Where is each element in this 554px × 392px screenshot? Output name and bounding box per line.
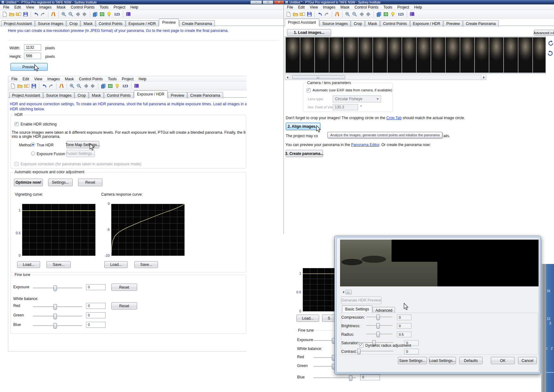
title-bar[interactable]: Untitled * - PTGui Pro registered to TAF… [284, 0, 554, 4]
save-icon[interactable] [306, 11, 313, 17]
source-image-thumbnail[interactable] [358, 37, 373, 73]
compression-slider-thumb[interactable] [376, 315, 380, 320]
true-hdr-radio[interactable] [31, 143, 35, 147]
menu-images[interactable]: Images [320, 5, 338, 10]
generate-hdr-preview-button[interactable]: Generate HDR Preview [341, 297, 381, 304]
camera-save-button[interactable]: Save... [134, 261, 158, 268]
dynamic-radius-checkbox[interactable] [359, 343, 363, 347]
source-image-thumbnail[interactable] [373, 37, 387, 73]
source-image-thumbnail[interactable] [417, 37, 431, 73]
save-icon[interactable] [31, 83, 37, 89]
open-copy-icon[interactable] [299, 11, 306, 17]
title-bar[interactable]: Untitled * - PTGui Pro registered to TAF… [0, 0, 286, 4]
menu-view[interactable]: View [32, 77, 45, 82]
pages-icon[interactable] [376, 11, 382, 17]
exposure-slider[interactable] [33, 288, 82, 289]
exposure-value[interactable]: 0 [86, 284, 106, 290]
source-image-thumbnail[interactable] [475, 37, 489, 73]
menu-help[interactable]: Help [412, 5, 425, 10]
blue-slider-thumb[interactable] [53, 323, 57, 329]
cancel-button[interactable]: Cancel [518, 357, 537, 364]
menu-mask[interactable]: Mask [338, 5, 352, 10]
tools-icon[interactable] [334, 11, 340, 17]
tab-source-images[interactable]: Source Images [320, 20, 351, 27]
zoom-in-icon[interactable] [69, 83, 75, 89]
exposure-correction-checkbox[interactable] [15, 162, 19, 166]
menu-control-points[interactable]: Control Points [352, 5, 381, 10]
exposure-fusion-radio[interactable] [31, 151, 35, 156]
bulb-icon[interactable] [114, 83, 120, 89]
menu-tools[interactable]: Tools [97, 5, 111, 10]
open-copy-icon[interactable] [15, 11, 22, 17]
tab-control-points[interactable]: Control Points [380, 20, 410, 27]
preview-scroll-left-icon[interactable] [341, 290, 345, 294]
undo-icon[interactable] [317, 11, 323, 17]
fov-input[interactable]: 130.3 [333, 104, 358, 110]
fragment-exposure-slider[interactable] [314, 340, 334, 341]
menu-file[interactable]: File [9, 77, 20, 82]
tools-icon[interactable] [58, 83, 65, 89]
book-icon[interactable] [409, 11, 415, 17]
tab-exposure-hdr[interactable]: Exposure / HDR [134, 90, 168, 98]
redo-icon[interactable] [40, 11, 46, 17]
source-image-thumbnail[interactable] [460, 37, 474, 73]
exposure-slider-thumb[interactable] [53, 285, 57, 291]
new-icon[interactable] [10, 83, 16, 89]
tab-exposure-hdr[interactable]: Exposure / HDR [126, 20, 159, 27]
pages-icon[interactable] [100, 83, 107, 89]
source-image-thumbnail[interactable] [387, 37, 402, 73]
scrollbar-thumb[interactable] [292, 75, 345, 79]
tab-control-points[interactable]: Control Points [96, 20, 125, 27]
tone-map-settings-button[interactable]: Tone Map Settings... [66, 141, 99, 148]
menu-project[interactable]: Project [395, 5, 411, 10]
brightness-slider-thumb[interactable] [376, 323, 380, 329]
contrast-value[interactable]: 0 [404, 349, 419, 354]
open-icon[interactable] [292, 11, 299, 17]
red-slider[interactable] [33, 306, 82, 308]
table-icon[interactable] [383, 11, 389, 17]
automatic-exif-checkbox[interactable] [307, 88, 311, 92]
tab-mask[interactable]: Mask [89, 92, 104, 98]
preview-button[interactable]: Preview [10, 63, 48, 71]
menu-edit[interactable]: Edit [295, 5, 307, 10]
tab-create-panorama[interactable]: Create Panorama [463, 20, 499, 27]
fragment-save-button-partial[interactable]: S [322, 315, 336, 322]
menu-help[interactable]: Help [136, 77, 149, 82]
next-icon[interactable] [82, 11, 88, 17]
numeric-transform-icon[interactable]: 123 [113, 12, 121, 17]
optimize-now-button[interactable]: Optimize now! [14, 179, 43, 186]
tab-project-assistant[interactable]: Project Assistant [285, 19, 319, 26]
optimizer-settings-button[interactable]: Settings... [48, 179, 73, 186]
open-icon[interactable] [9, 11, 15, 17]
book-icon[interactable] [125, 11, 131, 17]
tab-exposure-hdr[interactable]: Exposure / HDR [410, 20, 443, 27]
numeric-transform-icon[interactable]: 123 [121, 84, 129, 89]
menu-project[interactable]: Project [111, 5, 128, 10]
book-icon[interactable] [133, 83, 140, 89]
width-input[interactable]: 1132 [24, 44, 41, 51]
tab-project-assistant[interactable]: Project Assistant [1, 20, 35, 27]
tab-preview[interactable]: Preview [443, 20, 463, 27]
source-image-thumbnail[interactable] [431, 37, 445, 73]
fragment-blue-slider[interactable] [314, 377, 356, 379]
redo-icon[interactable] [48, 83, 54, 89]
menu-edit[interactable]: Edit [20, 77, 32, 82]
rotate-right-icon[interactable] [547, 49, 554, 57]
green-slider[interactable] [33, 316, 82, 317]
scroll-right-icon[interactable] [481, 75, 486, 80]
fragment-load-button[interactable]: Load... [296, 315, 319, 322]
blue-slider[interactable] [33, 325, 82, 327]
menu-edit[interactable]: Edit [12, 5, 23, 10]
camera-load-button[interactable]: Load... [104, 261, 128, 268]
thumbnail-scrollbar[interactable] [285, 75, 486, 80]
green-value[interactable]: 0 [86, 312, 106, 318]
save-settings-button[interactable]: Save Settings... [398, 357, 427, 364]
brightness-value[interactable]: 0 [397, 323, 411, 329]
red-value[interactable]: 0 [86, 303, 106, 309]
radius-value[interactable]: 0.5 [397, 332, 411, 337]
menu-tools[interactable]: Tools [105, 77, 119, 82]
red-reset-button[interactable]: Reset [111, 302, 137, 309]
menu-images[interactable]: Images [37, 5, 54, 10]
menu-mask[interactable]: Mask [54, 5, 68, 10]
exposure-reset-button[interactable]: Reset [111, 284, 137, 291]
